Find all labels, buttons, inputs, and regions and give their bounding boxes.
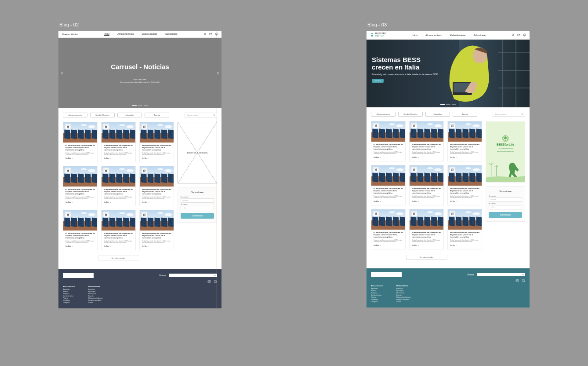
footer-search-input[interactable]: [169, 274, 217, 277]
footer-link[interactable]: Cambio climático: [63, 295, 75, 297]
mail-icon[interactable]: [515, 279, 519, 282]
subscribe-name-input[interactable]: Nombre: [489, 198, 522, 202]
load-more-button[interactable]: Ver más entradas: [98, 256, 139, 260]
mail-icon[interactable]: [207, 280, 211, 283]
filter-cambio-climatico[interactable]: Cambio Climático: [90, 113, 115, 117]
search-icon[interactable]: [203, 33, 207, 36]
subscribe-mail-input[interactable]: …@…: [181, 206, 214, 210]
footer-link[interactable]: Medio A. hostil al vehíc.: [396, 296, 411, 298]
footer-link[interactable]: Empresas: [371, 292, 383, 294]
company-banner-ad[interactable]: BESSforLife The Green evolution http://w…: [486, 121, 525, 183]
filter-almacenamiento[interactable]: Almacenamiento: [371, 112, 396, 117]
filter-infografias[interactable]: Infografías: [425, 112, 450, 117]
info-icon[interactable]: [522, 279, 525, 282]
read-more-link[interactable]: Ver Más: [450, 245, 479, 246]
nav-subscribase[interactable]: Subscribase: [473, 34, 486, 37]
read-more-link[interactable]: Ver Más: [374, 201, 403, 202]
footer-link[interactable]: Políticas: [371, 296, 383, 298]
article-card[interactable]: Ago02: [101, 166, 136, 206]
footer-link[interactable]: Baterías: [63, 291, 75, 293]
article-card[interactable]: Ago02: [101, 210, 136, 250]
footer-link[interactable]: Energías renovables: [396, 299, 411, 300]
footer-link[interactable]: Ciencia: [88, 302, 103, 304]
read-more-link[interactable]: Ver Más: [374, 157, 403, 158]
nav-almacenamiento[interactable]: Almacenamiento: [117, 33, 134, 36]
footer-link[interactable]: Alimentación: [396, 292, 411, 294]
read-more-link[interactable]: Ver Más: [450, 157, 479, 158]
brand-text[interactable]: Nuestro Hábitat: [62, 33, 78, 36]
nav-inicio[interactable]: Inicio: [413, 34, 418, 37]
carousel-next-icon[interactable]: ›: [217, 70, 219, 76]
footer-link[interactable]: Cambio climático: [371, 294, 383, 296]
carousel-indicators[interactable]: [132, 105, 148, 106]
carousel-indicators[interactable]: [440, 104, 456, 105]
read-more-link[interactable]: Ver Más: [104, 201, 133, 203]
footer-link[interactable]: Agua y mar: [88, 291, 103, 293]
footer-link[interactable]: Deportes: [396, 294, 411, 296]
footer-link[interactable]: Agricultura: [63, 289, 75, 290]
footer-link[interactable]: Transporte: [371, 301, 383, 303]
article-card[interactable]: Ago02: [63, 166, 98, 206]
info-icon[interactable]: [523, 33, 526, 37]
read-more-link[interactable]: Ver Más: [412, 201, 441, 202]
footer-link[interactable]: Baterías: [371, 290, 383, 292]
mail-icon[interactable]: [517, 33, 520, 37]
filter-search-input[interactable]: Buscar noticia: [493, 112, 525, 117]
filter-infografias[interactable]: Infografías: [117, 113, 142, 117]
nav-medio-ambiente[interactable]: Medio Ambiente: [142, 33, 157, 36]
footer-link[interactable]: Ciencia: [396, 301, 411, 303]
article-card[interactable]: Ago02: [371, 165, 406, 205]
filter-almacenamiento[interactable]: Almacenamiento: [63, 113, 87, 117]
read-more-link[interactable]: Ver Más: [142, 245, 171, 247]
load-more-button[interactable]: Ver más entradas: [406, 255, 447, 260]
search-icon[interactable]: [512, 33, 515, 37]
read-more-link[interactable]: Ver Más: [65, 201, 95, 203]
carousel-prev-icon[interactable]: ‹: [61, 70, 63, 76]
footer-link[interactable]: Medio A. hostil al vehíc.: [88, 297, 103, 299]
mail-icon[interactable]: [209, 33, 212, 36]
footer-link[interactable]: Empresas: [63, 293, 75, 295]
filter-search-input[interactable]: Buscar noticia: [185, 113, 217, 117]
nav-medio-ambiente[interactable]: Medio Ambiente: [450, 34, 466, 37]
footer-link[interactable]: Transporte: [63, 302, 75, 304]
footer-search-input[interactable]: [477, 273, 525, 276]
article-card[interactable]: Ago02: [371, 121, 406, 161]
read-more-link[interactable]: Ver Más: [412, 157, 441, 158]
read-more-link[interactable]: Ver Más: [104, 157, 133, 159]
subscribe-mail-input[interactable]: …@…: [489, 205, 522, 209]
read-more-link[interactable]: Ver Más: [450, 201, 479, 202]
article-card[interactable]: Ago02: [447, 209, 482, 249]
nav-subscribase[interactable]: Subscribase: [165, 33, 178, 36]
footer-link[interactable]: Agricultura: [396, 288, 411, 289]
article-card[interactable]: Ago02: [63, 210, 98, 250]
footer-link[interactable]: Agua y mar: [396, 290, 411, 292]
filter-cambio-climatico[interactable]: Cambio Climático: [398, 112, 423, 117]
article-card[interactable]: Ago02: [139, 166, 174, 206]
subscribe-button[interactable]: Subscríbase: [181, 213, 214, 219]
article-card[interactable]: Ago02: [371, 209, 406, 249]
footer-link[interactable]: Tecnología: [371, 299, 383, 300]
subscribe-name-input[interactable]: Nombre: [181, 198, 214, 203]
subscribe-button[interactable]: Subscríbase: [489, 212, 522, 218]
hero-cta-button[interactable]: Leer Más: [372, 79, 384, 83]
read-more-link[interactable]: Ver Más: [142, 201, 171, 203]
read-more-link[interactable]: Ver Más: [142, 157, 171, 159]
article-card[interactable]: Ago02: [139, 210, 174, 250]
article-card[interactable]: Ago02: [139, 122, 174, 162]
filter-agenda[interactable]: Agenda: [453, 112, 477, 117]
article-card[interactable]: Ago02: [447, 121, 482, 161]
read-more-link[interactable]: Ver Más: [374, 245, 403, 246]
footer-link[interactable]: Agricultura: [371, 288, 383, 289]
article-card[interactable]: Ago02: [409, 209, 444, 249]
article-card[interactable]: Ago02: [63, 122, 98, 162]
footer-link[interactable]: Deportes: [88, 295, 103, 297]
article-card[interactable]: Ago02: [409, 165, 444, 205]
nav-almacenamiento[interactable]: Almacenamiento: [425, 34, 442, 37]
footer-link[interactable]: Alimentación: [88, 293, 103, 295]
brand-logo[interactable]: NUESTROHÁBITAT: [370, 33, 387, 37]
article-card[interactable]: Ago02: [409, 121, 444, 161]
read-more-link[interactable]: Ver Más: [412, 245, 441, 246]
nav-inicio[interactable]: Inicio: [104, 33, 109, 36]
info-icon[interactable]: [214, 280, 217, 283]
footer-link[interactable]: Políticas: [63, 297, 75, 299]
